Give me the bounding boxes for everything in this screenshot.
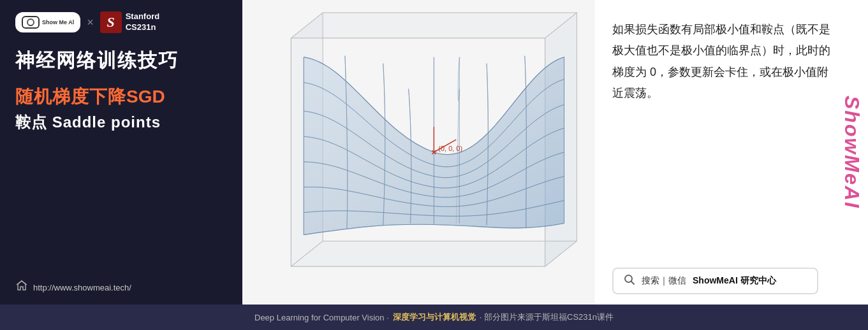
main-container: Show Me Al × S Stanford CS231n 神经网络训练技巧 … bbox=[0, 0, 868, 305]
showmeai-logo: Show Me Al bbox=[15, 12, 80, 32]
sidebar-subtitle-block: 随机梯度下降SGD bbox=[15, 85, 227, 108]
stanford-text: Stanford CS231n bbox=[126, 11, 159, 33]
url-row: http://www.showmeai.tech/ bbox=[15, 271, 227, 296]
footer-text3: · 部分图片来源于斯坦福CS231n课件 bbox=[480, 312, 614, 323]
stanford-name: Stanford bbox=[126, 11, 159, 22]
search-brand: ShowMeAI 研究中心 bbox=[693, 275, 776, 287]
cross-separator: × bbox=[87, 16, 94, 29]
svg-marker-3 bbox=[291, 241, 577, 266]
showmeai-icon bbox=[22, 16, 40, 29]
description-text: 如果损失函数有局部极小值和鞍点（既不是极大值也不是极小值的临界点）时，此时的梯度… bbox=[612, 19, 850, 257]
saddle-visualization: (0, 0, 0) bbox=[242, 0, 594, 305]
search-icon bbox=[624, 274, 635, 288]
footer-text2: 深度学习与计算机视觉 bbox=[393, 312, 476, 323]
sidebar: Show Me Al × S Stanford CS231n 神经网络训练技巧 … bbox=[0, 0, 242, 305]
search-label: 搜索｜微信 bbox=[642, 275, 686, 287]
website-url[interactable]: http://www.showmeai.tech/ bbox=[33, 283, 131, 292]
stanford-s-letter: S bbox=[100, 11, 122, 33]
footer: Deep Learning for Computer Vision · 深度学习… bbox=[0, 305, 868, 330]
logo-row: Show Me Al × S Stanford CS231n bbox=[15, 11, 227, 33]
showmeai-text: Show Me Al bbox=[42, 19, 74, 26]
stanford-course: CS231n bbox=[126, 22, 159, 33]
stanford-logo: S Stanford CS231n bbox=[100, 11, 159, 33]
footer-text1: Deep Learning for Computer Vision · bbox=[254, 313, 389, 322]
svg-marker-1 bbox=[291, 13, 577, 38]
right-panel: ShowMeAI 如果损失函数有局部极小值和鞍点（既不是极大值也不是极小值的临界… bbox=[594, 0, 868, 305]
subtitle-cn: 随机梯度下降 bbox=[15, 87, 126, 106]
subtitle2: 鞍点 Saddle points bbox=[15, 112, 227, 133]
svg-text:(0, 0, 0): (0, 0, 0) bbox=[438, 145, 462, 152]
url-icon bbox=[15, 280, 28, 296]
search-bar[interactable]: 搜索｜微信 ShowMeAI 研究中心 bbox=[612, 268, 818, 294]
sidebar-title: 神经网络训练技巧 bbox=[15, 47, 227, 74]
svg-line-11 bbox=[631, 282, 635, 285]
subtitle-abbr: SGD bbox=[126, 87, 165, 106]
